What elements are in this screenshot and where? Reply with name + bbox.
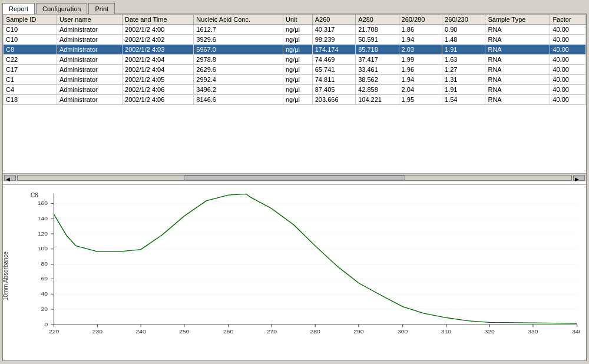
main-content: Sample ID User name Date and Time Nuclei…	[2, 14, 587, 361]
table-cell: C10	[4, 25, 57, 35]
table-cell: 203.666	[312, 95, 355, 105]
table-cell: 40.00	[550, 45, 586, 55]
col-header-unit: Unit	[283, 15, 312, 25]
table-cell: ng/µl	[283, 55, 312, 65]
svg-text:300: 300	[398, 329, 408, 335]
table-cell: 74.469	[312, 55, 355, 65]
table-cell: RNA	[485, 65, 550, 75]
svg-text:310: 310	[441, 329, 451, 335]
table-cell: 2002/1/2 4:04	[123, 55, 194, 65]
table-cell: RNA	[485, 95, 550, 105]
table-cell: ng/µl	[283, 85, 312, 95]
scroll-track[interactable]	[17, 175, 572, 181]
table-cell: Administrator	[57, 95, 122, 105]
col-header-factor: Factor	[550, 15, 586, 25]
table-row[interactable]: C18Administrator2002/1/2 4:068146.6ng/µl…	[4, 95, 586, 105]
table-row[interactable]: C1Administrator2002/1/2 4:052992.4ng/µl7…	[4, 75, 586, 85]
svg-text:330: 330	[528, 329, 538, 335]
horizontal-scrollbar[interactable]: ◄ ►	[3, 173, 586, 181]
table-cell: 0.90	[442, 25, 485, 35]
table-cell: Administrator	[57, 25, 122, 35]
table-cell: 74.811	[312, 75, 355, 85]
table-cell: 6967.0	[194, 45, 283, 55]
svg-text:340: 340	[572, 329, 580, 335]
table-cell: 1.54	[442, 95, 485, 105]
table-cell: 2992.4	[194, 75, 283, 85]
svg-text:60: 60	[41, 276, 48, 282]
svg-text:100: 100	[38, 246, 48, 252]
table-row[interactable]: C8Administrator2002/1/2 4:036967.0ng/µl1…	[4, 45, 586, 55]
table-cell: RNA	[485, 45, 550, 55]
table-cell: 3496.2	[194, 85, 283, 95]
col-header-a260: A260	[312, 15, 355, 25]
table-cell: Administrator	[57, 75, 122, 85]
table-cell: 1.63	[442, 55, 485, 65]
table-cell: 87.405	[312, 85, 355, 95]
table-cell: 2002/1/2 4:05	[123, 75, 194, 85]
data-table: Sample ID User name Date and Time Nuclei…	[3, 14, 586, 105]
table-cell: 2.04	[399, 85, 442, 95]
table-cell: 40.00	[550, 95, 586, 105]
chart-sample-label: C8	[31, 192, 38, 198]
table-cell: 1.27	[442, 65, 485, 75]
table-cell: 38.562	[356, 75, 399, 85]
svg-text:260: 260	[223, 329, 233, 335]
table-cell: 1.31	[442, 75, 485, 85]
scroll-left-button[interactable]: ◄	[4, 175, 16, 181]
tab-bar: Report Configuration Print	[0, 0, 589, 14]
chart-area: C8 0 20 40 60	[29, 191, 580, 343]
spectrum-curve	[54, 194, 577, 323]
table-cell: 104.221	[356, 95, 399, 105]
table-cell: 2002/1/2 4:06	[123, 85, 194, 95]
table-row[interactable]: C17Administrator2002/1/2 4:042629.6ng/µl…	[4, 65, 586, 75]
table-row[interactable]: C10Administrator2002/1/2 4:001612.7ng/µl…	[4, 25, 586, 35]
svg-text:0: 0	[44, 321, 48, 327]
table-cell: 2002/1/2 4:00	[123, 25, 194, 35]
table-cell: 1.95	[399, 95, 442, 105]
table-header-row: Sample ID User name Date and Time Nuclei…	[4, 15, 586, 25]
scroll-thumb[interactable]	[184, 176, 405, 180]
scroll-right-button[interactable]: ►	[573, 175, 585, 181]
table-cell: 1.99	[399, 55, 442, 65]
col-header-sampletype: Sample Type	[485, 15, 550, 25]
table-cell: RNA	[485, 85, 550, 95]
col-header-sample-id: Sample ID	[4, 15, 57, 25]
table-cell: 2978.8	[194, 55, 283, 65]
table-cell: 1.96	[399, 65, 442, 75]
svg-text:220: 220	[49, 329, 59, 335]
table-cell: 2629.6	[194, 65, 283, 75]
table-cell: C4	[4, 85, 57, 95]
table-cell: 37.417	[356, 55, 399, 65]
table-row[interactable]: C10Administrator2002/1/2 4:023929.6ng/µl…	[4, 35, 586, 45]
table-cell: Administrator	[57, 35, 122, 45]
tab-report[interactable]: Report	[2, 3, 35, 14]
svg-text:80: 80	[41, 261, 48, 267]
table-cell: 3929.6	[194, 35, 283, 45]
table-cell: 40.00	[550, 85, 586, 95]
table-cell: 1.91	[442, 45, 485, 55]
table-cell: C22	[4, 55, 57, 65]
tab-configuration[interactable]: Configuration	[36, 3, 87, 14]
table-cell: 2002/1/2 4:04	[123, 65, 194, 75]
table-cell: RNA	[485, 25, 550, 35]
svg-text:160: 160	[38, 200, 48, 206]
table-cell: C18	[4, 95, 57, 105]
table-section: Sample ID User name Date and Time Nuclei…	[3, 14, 586, 185]
table-cell: 8146.6	[194, 95, 283, 105]
svg-text:120: 120	[38, 230, 48, 236]
table-cell: 1.94	[399, 75, 442, 85]
table-cell: ng/µl	[283, 35, 312, 45]
chart-svg: 0 20 40 60 80 100 120	[29, 191, 580, 343]
table-cell: ng/µl	[283, 25, 312, 35]
col-header-260230: 260/230	[442, 15, 485, 25]
col-header-conc: Nucleic Acid Conc.	[194, 15, 283, 25]
table-row[interactable]: C22Administrator2002/1/2 4:042978.8ng/µl…	[4, 55, 586, 65]
table-row[interactable]: C4Administrator2002/1/2 4:063496.2ng/µl8…	[4, 85, 586, 95]
table-cell: 174.174	[312, 45, 355, 55]
table-cell: 1.91	[442, 85, 485, 95]
table-cell: 2002/1/2 4:02	[123, 35, 194, 45]
table-cell: 40.00	[550, 35, 586, 45]
col-header-a280: A280	[356, 15, 399, 25]
table-cell: 50.591	[356, 35, 399, 45]
tab-print[interactable]: Print	[88, 3, 115, 14]
